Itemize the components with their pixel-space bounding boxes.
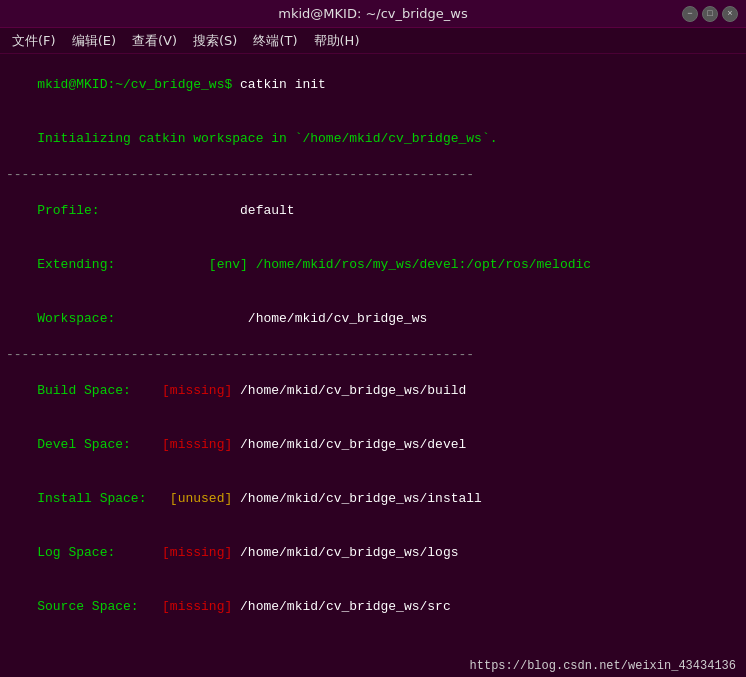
close-button[interactable]: × (722, 6, 738, 22)
install-label: Install Space: (37, 491, 170, 506)
menu-edit[interactable]: 编辑(E) (64, 30, 124, 52)
menu-terminal[interactable]: 终端(T) (245, 30, 305, 52)
minimize-button[interactable]: − (682, 6, 698, 22)
terminal[interactable]: mkid@MKID:~/cv_bridge_ws$ catkin init In… (0, 54, 746, 677)
menu-search[interactable]: 搜索(S) (185, 30, 245, 52)
extending-path: /home/mkid/ros/my_ws/devel:/opt/ros/melo… (248, 257, 591, 272)
profile-line: Profile: default (6, 184, 740, 238)
source-path: /home/mkid/cv_bridge_ws/src (232, 599, 450, 614)
dash-2: ----------------------------------------… (6, 346, 740, 364)
prompt-1: mkid@MKID:~/cv_bridge_ws$ (37, 77, 232, 92)
dash-1: ----------------------------------------… (6, 166, 740, 184)
log-label: Log Space: (37, 545, 162, 560)
install-line: Install Space: [unused] /home/mkid/cv_br… (6, 472, 740, 526)
source-tag: [missing] (162, 599, 232, 614)
window-controls[interactable]: − □ × (682, 6, 738, 22)
maximize-button[interactable]: □ (702, 6, 718, 22)
menu-help[interactable]: 帮助(H) (306, 30, 368, 52)
devel-line: Devel Space: [missing] /home/mkid/cv_bri… (6, 418, 740, 472)
log-tag: [missing] (162, 545, 232, 560)
window-title: mkid@MKID: ~/cv_bridge_ws (278, 6, 467, 21)
log-line: Log Space: [missing] /home/mkid/cv_bridg… (6, 526, 740, 580)
menubar: 文件(F) 编辑(E) 查看(V) 搜索(S) 终端(T) 帮助(H) (0, 28, 746, 54)
command-1: catkin init (232, 77, 326, 92)
build-line: Build Space: [missing] /home/mkid/cv_bri… (6, 364, 740, 418)
devel-tag: [missing] (162, 437, 232, 452)
status-url: https://blog.csdn.net/weixin_43434136 (470, 659, 736, 673)
source-line: Source Space: [missing] /home/mkid/cv_br… (6, 580, 740, 634)
devel-label: Devel Space: (37, 437, 162, 452)
devel-path: /home/mkid/cv_bridge_ws/devel (232, 437, 466, 452)
workspace-line: Workspace: /home/mkid/cv_bridge_ws (6, 292, 740, 346)
init-text: Initializing catkin workspace in `/home/… (37, 131, 497, 146)
install-path: /home/mkid/cv_bridge_ws/install (232, 491, 482, 506)
profile-label: Profile: (37, 203, 201, 218)
extending-label: Extending: (37, 257, 201, 272)
source-label: Source Space: (37, 599, 162, 614)
menu-view[interactable]: 查看(V) (124, 30, 185, 52)
build-label: Build Space: (37, 383, 162, 398)
build-path: /home/mkid/cv_bridge_ws/build (232, 383, 466, 398)
build-tag: [missing] (162, 383, 232, 398)
titlebar: mkid@MKID: ~/cv_bridge_ws − □ × (0, 0, 746, 28)
init-line: Initializing catkin workspace in `/home/… (6, 112, 740, 166)
menu-file[interactable]: 文件(F) (4, 30, 64, 52)
command-line-1: mkid@MKID:~/cv_bridge_ws$ catkin init (6, 58, 740, 112)
status-bar: https://blog.csdn.net/weixin_43434136 (0, 655, 746, 677)
profile-value: default (201, 203, 295, 218)
extending-line: Extending: [env] /home/mkid/ros/my_ws/de… (6, 238, 740, 292)
workspace-label: Workspace: (37, 311, 201, 326)
extending-tag: [env] (201, 257, 248, 272)
log-path: /home/mkid/cv_bridge_ws/logs (232, 545, 458, 560)
workspace-path: /home/mkid/cv_bridge_ws (201, 311, 427, 326)
install-tag: [unused] (170, 491, 232, 506)
